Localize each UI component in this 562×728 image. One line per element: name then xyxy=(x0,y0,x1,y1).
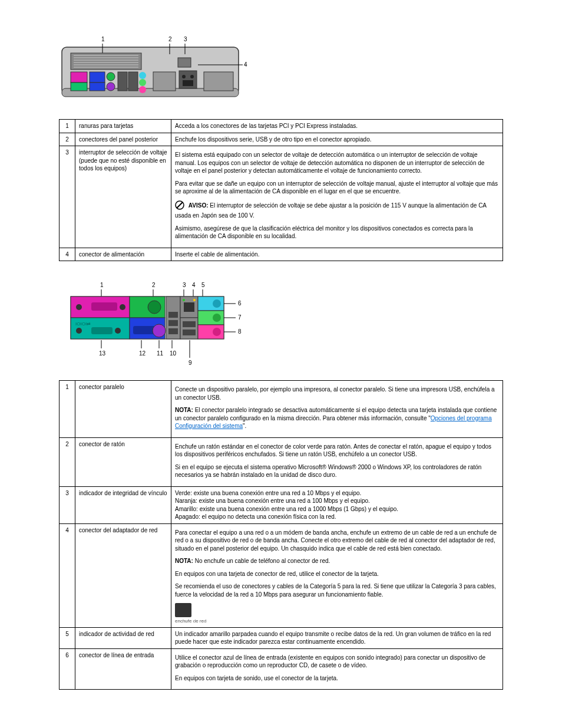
svg-rect-27 xyxy=(204,72,233,91)
svg-rect-72 xyxy=(183,330,196,335)
table-row: 1 conector paralelo Conecte un dispositi… xyxy=(59,381,503,438)
row-number: 2 xyxy=(59,133,75,146)
desc-paragraph: El sistema está equipado con un selector… xyxy=(175,151,499,175)
svg-point-25 xyxy=(139,86,146,93)
row-label: conector paralelo xyxy=(75,381,171,438)
note-label: NOTA: xyxy=(175,407,193,413)
row-desc: Utilice el conector azul de línea de ent… xyxy=(171,648,503,690)
svg-rect-67 xyxy=(184,302,194,312)
note-text: No enchufe un cable de teléfono al conec… xyxy=(195,558,330,564)
rear-panel-diagram-1: 1 2 3 4 xyxy=(59,29,503,107)
svg-point-30 xyxy=(182,75,186,78)
desc-paragraph: Asimismo, asegúrese de que la clasificac… xyxy=(175,225,499,241)
svg-text:6: 6 xyxy=(238,300,242,307)
svg-point-53 xyxy=(148,301,161,314)
svg-text:3: 3 xyxy=(183,282,186,288)
row-label: indicador de actividad de red xyxy=(75,627,171,648)
svg-rect-56 xyxy=(91,327,113,334)
notice-paragraph: AVISO: El interruptor de selección de vo… xyxy=(175,200,499,220)
table-row: 6 conector de línea de entrada Utilice e… xyxy=(59,648,503,690)
row-desc: Enchufe un ratón estándar en el conector… xyxy=(171,437,503,486)
svg-text:3: 3 xyxy=(184,36,187,42)
row-number: 6 xyxy=(59,648,75,690)
icon-caption: enchufe de red xyxy=(175,618,499,625)
desc-paragraph: Si en el equipo se ejecuta el sistema op… xyxy=(175,463,499,479)
note-paragraph: NOTA: No enchufe un cable de teléfono al… xyxy=(175,557,499,565)
svg-text:10: 10 xyxy=(170,350,177,357)
row-desc: Inserte el cable de alimentación. xyxy=(171,248,503,261)
svg-text:11: 11 xyxy=(157,350,164,357)
row-desc: Un indicador amarillo parpadea cuando el… xyxy=(171,627,503,648)
notice-label: AVISO: xyxy=(189,202,209,209)
table-row: 1 ranuras para tarjetas Acceda a los con… xyxy=(59,120,503,133)
svg-point-78 xyxy=(213,328,221,336)
desc-paragraph: Enchufe un ratón estándar en el conector… xyxy=(175,443,499,459)
svg-text:13: 13 xyxy=(99,350,106,357)
svg-rect-15 xyxy=(71,72,87,83)
row-desc: Enchufe los dispositivos serie, USB y de… xyxy=(171,133,503,146)
table-row: 3 indicador de integridad de vínculo Ver… xyxy=(59,486,503,523)
row-label: ranuras para tarjetas xyxy=(75,120,171,133)
svg-point-51 xyxy=(120,304,125,310)
table-row: 4 conector del adaptador de red Para con… xyxy=(59,523,503,627)
svg-rect-63 xyxy=(168,312,178,318)
svg-text:2: 2 xyxy=(152,282,156,288)
desc-paragraph: En equipos con tarjeta de sonido, use el… xyxy=(175,674,499,683)
svg-text:4: 4 xyxy=(192,282,196,288)
svg-rect-21 xyxy=(118,72,127,91)
notice-icon xyxy=(175,200,184,212)
table-row: 5 indicador de actividad de red Un indic… xyxy=(59,627,503,648)
row-desc: Verde: existe una buena conexión entre u… xyxy=(171,486,503,523)
desc-paragraph: Para conectar el equipo a una red o a un… xyxy=(175,529,499,553)
rear-panel-table-1: 1 ranuras para tarjetas Acceda a los con… xyxy=(59,119,503,261)
row-label: interruptor de selección de voltaje (pue… xyxy=(75,146,171,248)
svg-point-19 xyxy=(107,73,115,81)
svg-text:5: 5 xyxy=(201,282,205,288)
desc-line: Apagado: el equipo no detecta una conexi… xyxy=(175,513,499,521)
svg-rect-64 xyxy=(168,320,178,326)
table-row: 2 conector de ratón Enchufe un ratón est… xyxy=(59,437,503,486)
svg-rect-49 xyxy=(91,302,117,311)
svg-text:12: 12 xyxy=(139,350,146,357)
note-text-b: ". xyxy=(243,423,246,429)
desc-paragraph: Se recomienda el uso de conectores y cab… xyxy=(175,582,499,598)
desc-paragraph: Utilice el conector azul de línea de ent… xyxy=(175,654,499,670)
svg-rect-70 xyxy=(180,318,198,339)
row-desc: El sistema está equipado con un selector… xyxy=(171,146,503,248)
svg-text:9: 9 xyxy=(189,360,192,366)
svg-point-57 xyxy=(76,328,82,334)
row-label: conector de alimentación xyxy=(75,248,171,261)
svg-rect-22 xyxy=(128,72,138,91)
svg-text:1: 1 xyxy=(100,282,104,288)
svg-point-23 xyxy=(139,72,146,79)
svg-text:4: 4 xyxy=(244,61,247,68)
desc-line: Amarillo: existe una buena conexión entr… xyxy=(175,505,499,513)
svg-point-50 xyxy=(76,304,82,310)
svg-rect-18 xyxy=(90,83,105,91)
row-number: 4 xyxy=(59,248,75,261)
svg-rect-26 xyxy=(153,72,176,91)
row-label: conectores del panel posterior xyxy=(75,133,171,146)
row-desc: Acceda a los conectores de las tarjetas … xyxy=(171,120,503,133)
row-desc: Para conectar el equipo a una red o a un… xyxy=(171,523,503,627)
desc-paragraph: En equipos con una tarjeta de conector d… xyxy=(175,570,499,578)
row-desc: Conecte un dispositivo paralelo, por eje… xyxy=(171,381,503,438)
svg-point-24 xyxy=(139,79,146,86)
row-label: indicador de integridad de vínculo xyxy=(75,486,171,523)
row-label: conector de línea de entrada xyxy=(75,648,171,690)
network-plug-icon: enchufe de red xyxy=(175,603,499,625)
note-paragraph: NOTA: El conector paralelo integrado se … xyxy=(175,406,499,430)
desc-paragraph: Conecte un dispositivo paralelo, por eje… xyxy=(175,386,499,401)
svg-rect-65 xyxy=(168,328,178,334)
table-row: 4 conector de alimentación Inserte el ca… xyxy=(59,248,503,261)
io-panel-svg: 1 2 3 4 5 IOIOI⇄ xyxy=(59,279,247,367)
svg-text:8: 8 xyxy=(238,328,242,335)
svg-text:1: 1 xyxy=(101,36,105,42)
desc-line: Naranja: existe una buena conexión entre… xyxy=(175,497,499,505)
svg-point-58 xyxy=(115,328,121,334)
svg-point-76 xyxy=(213,314,221,322)
note-label: NOTA: xyxy=(175,558,193,564)
svg-text:2: 2 xyxy=(168,36,172,42)
row-number: 1 xyxy=(59,381,75,438)
svg-rect-17 xyxy=(90,72,105,83)
